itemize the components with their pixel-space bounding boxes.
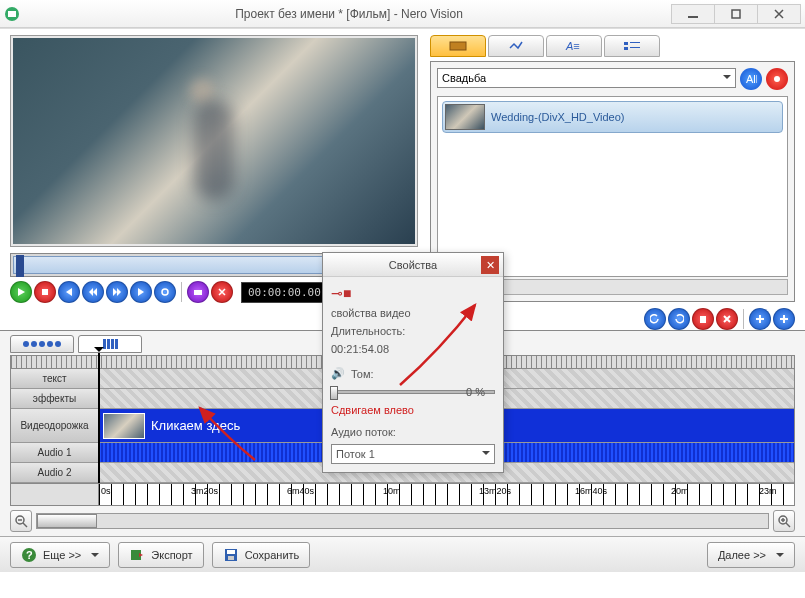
zoom-scrollbar[interactable]	[36, 513, 769, 529]
media-record-button[interactable]	[766, 68, 788, 90]
svg-text:A≡: A≡	[565, 40, 580, 52]
more-button[interactable]: ? Еще >>	[10, 542, 110, 568]
timeline-playhead[interactable]	[98, 353, 100, 483]
svg-rect-3	[732, 10, 740, 18]
pin-icon: ⊸■	[331, 285, 495, 301]
timeline-tab-story[interactable]	[10, 335, 74, 353]
media-item-name: Wedding-(DivX_HD_Video)	[491, 111, 625, 123]
svg-rect-11	[624, 47, 628, 50]
media-thumbnail	[445, 104, 485, 130]
track-label-video: Видеодорожка	[11, 409, 99, 442]
audio-stream-label: Аудио поток:	[331, 426, 495, 438]
close-button[interactable]	[757, 4, 801, 24]
preview-frame	[10, 35, 418, 247]
save-icon	[223, 547, 239, 563]
prev-button[interactable]	[58, 281, 80, 303]
track-label-audio1: Audio 1	[11, 443, 99, 462]
next-button[interactable]	[130, 281, 152, 303]
play-button[interactable]	[10, 281, 32, 303]
tool-undo-button[interactable]	[644, 308, 666, 330]
properties-close-button[interactable]: ✕	[481, 256, 499, 274]
media-category-combo[interactable]: Свадьба	[437, 68, 736, 88]
media-item[interactable]: Wedding-(DivX_HD_Video)	[442, 101, 783, 133]
svg-rect-1	[8, 11, 16, 17]
loop-button[interactable]	[154, 281, 176, 303]
maximize-button[interactable]	[714, 4, 758, 24]
help-icon: ?	[21, 547, 37, 563]
app-icon	[4, 6, 20, 22]
svg-rect-32	[227, 550, 235, 554]
tool-delete-button[interactable]	[692, 308, 714, 330]
svg-rect-2	[688, 16, 698, 18]
window-title: Проект без имени * [Фильм] - Nero Vision	[26, 7, 672, 21]
properties-title-text: Свойства	[389, 259, 437, 271]
next-button-bottom[interactable]: Далее >>	[707, 542, 795, 568]
tool-redo-button[interactable]	[668, 308, 690, 330]
svg-rect-20	[700, 316, 706, 323]
svg-text:?: ?	[26, 549, 33, 561]
timeline-time-bar[interactable]: 0s 3m20s 6m40s 10m 13m20s 16m40s 20m 23m	[99, 484, 794, 505]
track-label-effects: эффекты	[11, 389, 99, 408]
export-icon	[129, 547, 145, 563]
clip-thumbnail	[103, 413, 145, 439]
speaker-icon: 🔊	[331, 367, 345, 380]
duration-value: 00:21:54.08	[331, 343, 495, 355]
svg-rect-9	[624, 42, 628, 45]
save-button[interactable]: Сохранить	[212, 542, 311, 568]
tick-6: 20m	[671, 486, 689, 496]
timecode-display: 00:00:00.00	[241, 282, 328, 303]
volume-percent: 0 %	[466, 386, 485, 398]
audio-stream-combo[interactable]: Поток 1	[331, 444, 495, 464]
properties-titlebar[interactable]: Свойства ✕	[323, 253, 503, 277]
media-tab-2[interactable]	[488, 35, 544, 57]
titlebar: Проект без имени * [Фильм] - Nero Vision	[0, 0, 805, 28]
tool-add2-button[interactable]	[773, 308, 795, 330]
save-label: Сохранить	[245, 549, 300, 561]
tick-1: 3m20s	[191, 486, 218, 496]
media-tab-1[interactable]	[430, 35, 486, 57]
forward-button[interactable]	[106, 281, 128, 303]
slide-annotation: Сдвигаем влево	[331, 404, 414, 416]
zoom-out-button[interactable]	[10, 510, 32, 532]
more-label: Еще >>	[43, 549, 81, 561]
svg-rect-6	[194, 290, 202, 295]
tick-0: 0s	[101, 486, 111, 496]
volume-label: Том:	[351, 368, 374, 380]
svg-line-22	[23, 523, 27, 527]
stop-button[interactable]	[34, 281, 56, 303]
audio-stream-value: Поток 1	[336, 448, 375, 460]
media-list[interactable]: Wedding-(DivX_HD_Video)	[437, 96, 788, 277]
track-label-audio2: Audio 2	[11, 463, 99, 482]
clip-annotation: Кликаем здесь	[151, 418, 240, 433]
minimize-button[interactable]	[671, 4, 715, 24]
svg-rect-33	[228, 556, 234, 560]
tick-4: 13m20s	[479, 486, 511, 496]
export-button[interactable]: Экспорт	[118, 542, 203, 568]
media-filter-button[interactable]: All	[740, 68, 762, 90]
cut-button[interactable]	[211, 281, 233, 303]
svg-point-5	[162, 289, 168, 295]
next-label: Далее >>	[718, 549, 766, 561]
svg-line-25	[786, 523, 790, 527]
tool-add-button[interactable]	[749, 308, 771, 330]
combo-value: Свадьба	[442, 72, 486, 84]
timeline-tab-timeline[interactable]	[78, 335, 142, 353]
export-label: Экспорт	[151, 549, 192, 561]
tick-2: 6m40s	[287, 486, 314, 496]
media-tab-3[interactable]: A≡	[546, 35, 602, 57]
media-tab-4[interactable]	[604, 35, 660, 57]
tick-5: 16m40s	[575, 486, 607, 496]
properties-dialog: Свойства ✕ ⊸■ свойства видео Длительност…	[322, 252, 504, 473]
track-label-text: текст	[11, 369, 99, 388]
zoom-in-button[interactable]	[773, 510, 795, 532]
svg-rect-7	[450, 42, 466, 50]
svg-rect-12	[630, 47, 640, 48]
duration-label: Длительность:	[331, 325, 495, 337]
tool-clear-button[interactable]	[716, 308, 738, 330]
rewind-button[interactable]	[82, 281, 104, 303]
video-preview[interactable]	[13, 38, 415, 244]
svg-rect-10	[630, 42, 640, 43]
video-props-header: свойства видео	[331, 307, 495, 319]
snapshot-button[interactable]	[187, 281, 209, 303]
svg-text:All: All	[746, 73, 757, 85]
